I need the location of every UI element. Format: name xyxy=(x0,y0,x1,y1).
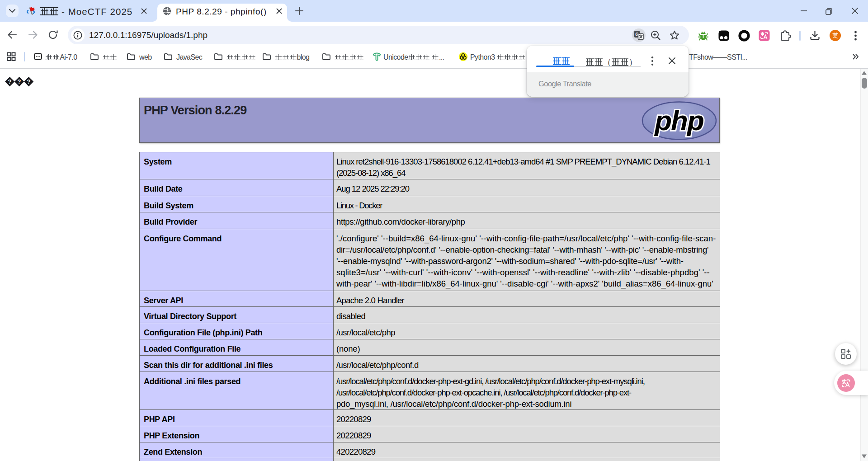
svg-text:php: php xyxy=(654,105,703,136)
svg-text:?: ? xyxy=(8,78,12,85)
svg-text:?: ? xyxy=(18,78,21,85)
svg-text:?: ? xyxy=(27,78,31,85)
